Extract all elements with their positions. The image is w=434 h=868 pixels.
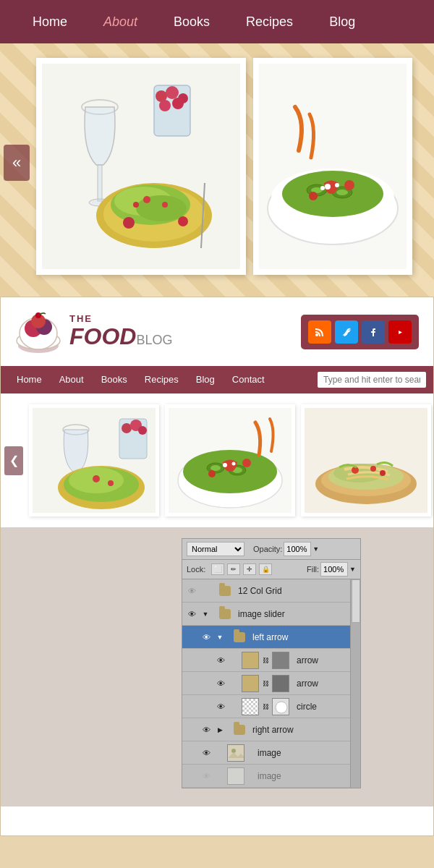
svg-point-8 bbox=[159, 100, 171, 111]
svg-point-17 bbox=[133, 202, 139, 208]
bottom-section: THE FOODBLOG Home About Books R bbox=[0, 297, 434, 836]
logo-food-text: FOOD bbox=[69, 323, 136, 349]
lock-pixels-icon[interactable]: ⬜ bbox=[211, 563, 224, 575]
scrollbar-track bbox=[350, 579, 360, 788]
rss-icon[interactable] bbox=[308, 320, 331, 344]
blog-nav-about[interactable]: About bbox=[51, 366, 93, 393]
svg-point-41 bbox=[315, 333, 318, 336]
svg-point-65 bbox=[242, 459, 251, 467]
svg-point-50 bbox=[138, 426, 147, 435]
blog-nav-books[interactable]: Books bbox=[93, 366, 136, 393]
layer-row-right-arrow[interactable]: 👁 ▶ right arrow bbox=[182, 718, 360, 741]
layer-thumb2-arrow-1 bbox=[272, 652, 289, 669]
blog-slide-1 bbox=[29, 404, 159, 516]
layer-name-arrow-2: arrow bbox=[297, 678, 357, 689]
svg-point-74 bbox=[380, 470, 386, 476]
layer-name-image: image bbox=[258, 748, 357, 758]
blog-nav-home[interactable]: Home bbox=[8, 366, 51, 393]
layer-eye-image[interactable]: 👁 bbox=[200, 746, 213, 760]
blog-slide-2 bbox=[165, 404, 295, 516]
collapse-left-arrow[interactable]: ▼ bbox=[215, 632, 225, 642]
twitter-icon[interactable] bbox=[335, 320, 358, 344]
layer-eye-left-arrow[interactable]: 👁 bbox=[200, 631, 213, 644]
blog-nav-recipes[interactable]: Recipes bbox=[136, 366, 187, 393]
layer-name-image-slider: image slider bbox=[238, 609, 357, 619]
lock-label: Lock: bbox=[187, 565, 205, 574]
layer-eye-arrow-2[interactable]: 👁 bbox=[214, 677, 227, 690]
svg-point-55 bbox=[108, 480, 114, 486]
layer-row-12-col-grid[interactable]: 👁 12 Col Grid bbox=[182, 579, 360, 603]
nav-recipes[interactable]: Recipes bbox=[228, 14, 311, 30]
svg-point-64 bbox=[232, 462, 236, 466]
layer-eye-image-slider[interactable]: 👁 bbox=[185, 608, 198, 621]
layer-thumb2-circle bbox=[272, 698, 289, 715]
svg-point-28 bbox=[336, 190, 348, 195]
social-icons-group bbox=[301, 315, 419, 349]
opacity-input[interactable] bbox=[284, 542, 311, 556]
bottom-padding bbox=[1, 807, 433, 835]
svg-point-15 bbox=[143, 196, 150, 203]
svg-point-18 bbox=[123, 217, 135, 229]
layers-lock-row: Lock: ⬜ ✏ ✛ 🔒 Fill: ▼ bbox=[182, 560, 360, 579]
blog-slide-3 bbox=[301, 404, 431, 516]
layer-eye-arrow-1[interactable]: 👁 bbox=[214, 654, 227, 667]
blog-nav: Home About Books Recipes Blog Contact bbox=[1, 366, 433, 393]
layer-eye-12-col[interactable]: 👁 bbox=[185, 584, 198, 597]
facebook-icon[interactable] bbox=[362, 320, 385, 344]
layers-panel-wrapper: Normal Opacity: ▼ Lock: ⬜ ✏ ✛ 🔒 Fill: ▼ bbox=[1, 527, 433, 807]
blog-nav-contact[interactable]: Contact bbox=[224, 366, 273, 393]
fill-arrow[interactable]: ▼ bbox=[349, 566, 356, 573]
layer-row-arrow-2[interactable]: 👁 ⛓ arrow bbox=[182, 672, 360, 695]
logo-bowl-icon bbox=[15, 308, 62, 355]
layer-row-circle[interactable]: 👁 ⛓ circle bbox=[182, 695, 360, 718]
nav-blog[interactable]: Blog bbox=[311, 14, 373, 30]
opacity-arrow[interactable]: ▼ bbox=[312, 545, 319, 553]
layer-row-image2[interactable]: 👁 image bbox=[182, 765, 360, 788]
collapse-image-slider[interactable]: ▼ bbox=[200, 609, 210, 619]
layer-eye-image2[interactable]: 👁 bbox=[200, 770, 213, 783]
nav-about[interactable]: About bbox=[85, 14, 156, 30]
layer-name-left-arrow: left arrow bbox=[252, 632, 357, 642]
nav-home[interactable]: Home bbox=[14, 14, 85, 30]
link-icon-circle: ⛓ bbox=[261, 702, 270, 711]
svg-point-66 bbox=[208, 470, 216, 477]
logo-the-text: THE bbox=[69, 314, 172, 324]
layer-name-arrow-1: arrow bbox=[297, 655, 357, 665]
logo-blog-text: BLOG bbox=[136, 333, 172, 347]
blog-slider-left-button[interactable]: ❮ bbox=[4, 446, 23, 475]
layer-row-left-arrow[interactable]: 👁 ▼ left arrow bbox=[182, 626, 360, 649]
lock-all-icon[interactable]: 🔒 bbox=[259, 563, 272, 575]
svg-point-54 bbox=[93, 475, 100, 482]
scrollbar-thumb[interactable] bbox=[352, 579, 360, 623]
lock-position-icon[interactable]: ✏ bbox=[227, 563, 240, 575]
svg-point-16 bbox=[162, 202, 168, 208]
opacity-label: Opacity: bbox=[253, 545, 282, 553]
layer-eye-right-arrow[interactable]: 👁 bbox=[200, 723, 213, 736]
layers-panel: Normal Opacity: ▼ Lock: ⬜ ✏ ✛ 🔒 Fill: ▼ bbox=[182, 538, 361, 788]
layer-row-image[interactable]: 👁 image bbox=[182, 741, 360, 765]
blend-mode-select[interactable]: Normal bbox=[187, 542, 244, 556]
layer-row-arrow-1[interactable]: 👁 ⛓ arrow bbox=[182, 649, 360, 672]
search-input[interactable] bbox=[318, 372, 426, 388]
svg-point-9 bbox=[172, 98, 184, 109]
opacity-group: Opacity: ▼ bbox=[253, 542, 319, 556]
layer-thumb2-arrow-2 bbox=[272, 675, 289, 692]
fill-group: Fill: ▼ bbox=[307, 562, 356, 576]
layer-eye-circle[interactable]: 👁 bbox=[214, 700, 227, 713]
layer-name-circle: circle bbox=[297, 702, 357, 712]
layer-thumb-circle bbox=[242, 698, 259, 715]
logo-text: THE FOODBLOG bbox=[69, 314, 172, 349]
layer-thumb-image bbox=[227, 744, 244, 762]
youtube-icon[interactable] bbox=[388, 320, 412, 344]
top-left-arrow-button[interactable]: « bbox=[4, 145, 30, 181]
layer-name-right-arrow: right arrow bbox=[252, 725, 357, 735]
folder-icon-left-arrow bbox=[234, 632, 245, 642]
nav-books[interactable]: Books bbox=[156, 14, 228, 30]
layer-thumb-arrow-2 bbox=[242, 675, 259, 692]
link-icon-arrow-2: ⛓ bbox=[261, 679, 270, 688]
lock-move-icon[interactable]: ✛ bbox=[243, 563, 256, 575]
blog-nav-blog[interactable]: Blog bbox=[187, 366, 224, 393]
fill-input[interactable] bbox=[320, 562, 348, 576]
layer-row-image-slider[interactable]: 👁 ▼ image slider bbox=[182, 603, 360, 626]
collapse-right-arrow[interactable]: ▶ bbox=[215, 725, 225, 735]
